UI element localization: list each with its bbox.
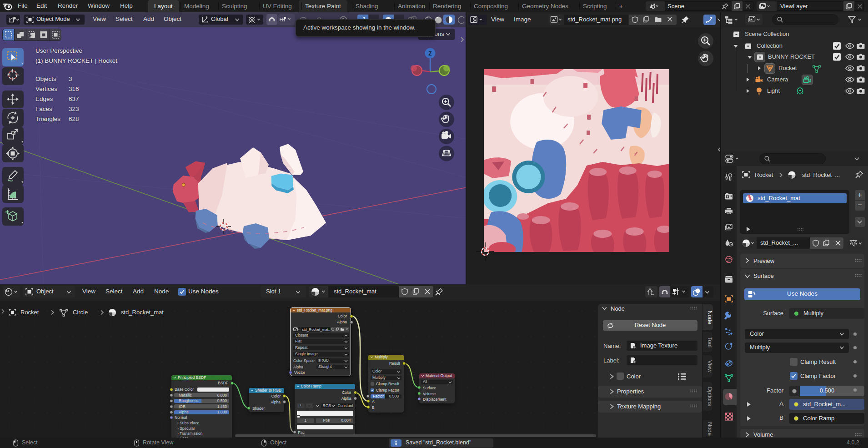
svg-text:Z: Z (428, 50, 431, 57)
